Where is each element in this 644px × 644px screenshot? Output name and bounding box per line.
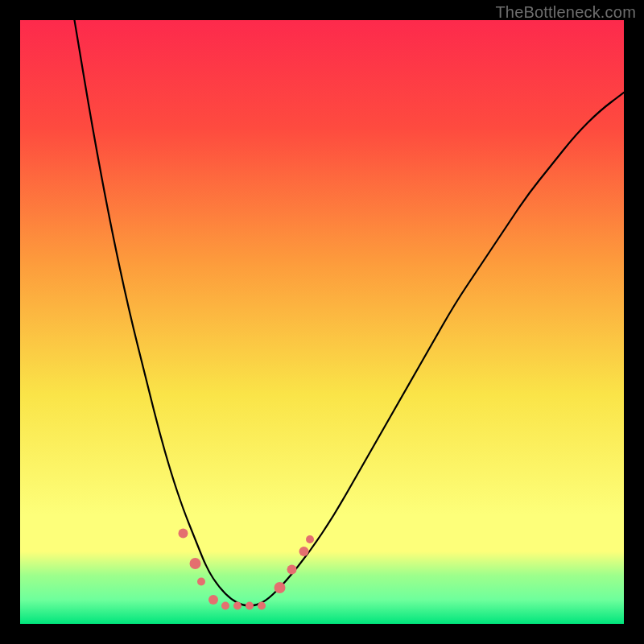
marker-point <box>197 578 205 586</box>
marker-point <box>221 602 229 610</box>
marker-point <box>233 602 242 610</box>
chart-svg <box>20 20 624 624</box>
marker-point <box>246 602 254 610</box>
marker-point <box>208 595 218 605</box>
chart-frame: TheBottleneck.com <box>0 0 644 644</box>
marker-point <box>190 558 201 569</box>
watermark-text: TheBottleneck.com <box>495 3 636 22</box>
marker-point <box>258 602 266 610</box>
marker-point <box>287 565 297 575</box>
marker-point <box>299 547 309 556</box>
plot-area <box>20 20 624 624</box>
bottleneck-curve <box>75 20 625 606</box>
marker-point <box>179 529 188 539</box>
marker-point <box>275 582 286 593</box>
marker-point <box>306 535 314 543</box>
marker-group <box>179 529 315 610</box>
